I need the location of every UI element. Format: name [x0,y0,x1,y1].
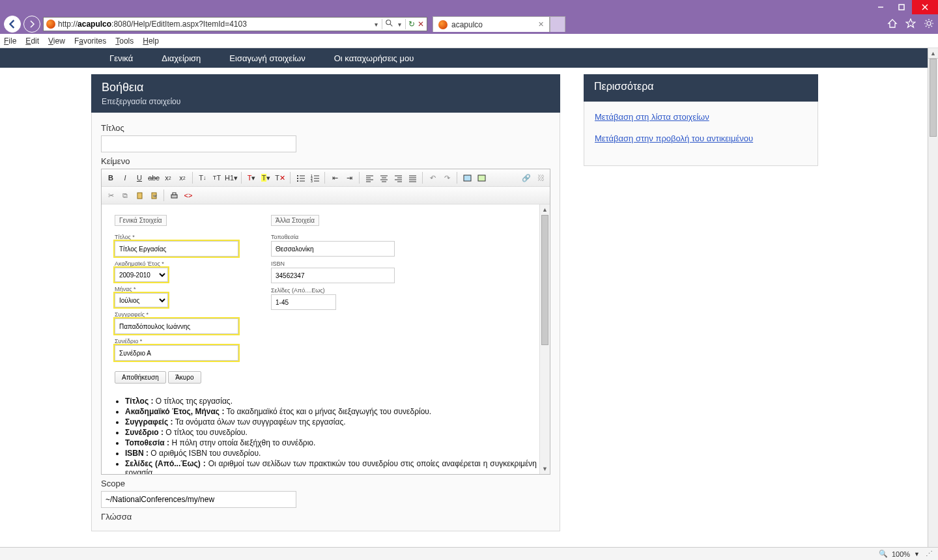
svg-text:3: 3 [311,179,313,182]
svg-point-4 [386,20,391,24]
rte-table-button[interactable] [475,171,488,184]
rte-copy-button[interactable]: ⧉ [119,189,132,202]
link-goto-list[interactable]: Μετάβαση στη λίστα στοιχείων [595,112,709,122]
nav-insert-items[interactable]: Εισαγωγή στοιχείων [229,53,305,63]
title-input[interactable] [101,135,296,152]
page-favicon-icon [46,20,55,29]
inner-title-label: Τίτλος * [115,234,245,240]
rte-fontsize-inc-button[interactable]: TT [210,171,223,184]
rte-align-center-button[interactable] [377,171,390,184]
tab-title: acapulco [451,20,483,29]
search-icon[interactable] [385,19,394,30]
field-descriptions: Τίτλος : Ο τίτλος της εργασίας. Ακαδημαϊ… [102,390,550,474]
nav-back-button[interactable] [4,16,21,33]
nav-general[interactable]: Γενικά [109,53,133,63]
nav-my-entries[interactable]: Οι καταχωρήσεις μου [334,53,414,63]
page-scroll-thumb[interactable] [930,59,937,137]
embedded-form: Γενικά Στοιχεία Τίτλος * Ακαδημαϊκό Έτος… [102,204,550,390]
rte-ol-button[interactable]: 123 [308,171,321,184]
stop-icon[interactable]: ✕ [418,20,424,29]
desc-location: Τοποθεσία : Η πόλη στην οποία διεξήχθη τ… [125,438,537,447]
url-text: http://acapulco:8080/Help/EditItem.aspx?… [58,20,371,29]
rte-cut-button[interactable]: ✂ [104,189,117,202]
desc-conference: Συνέδριο : Ο τίτλος του συνεδρίου. [125,428,537,437]
inner-conference-input[interactable] [115,345,238,361]
rte-align-right-button[interactable] [391,171,405,184]
rte-align-justify-button[interactable] [406,171,419,184]
zoom-icon[interactable]: 🔍 [879,550,888,558]
rte-source-button[interactable]: <> [182,189,195,202]
rte-indent-button[interactable]: ⇥ [343,171,356,184]
rte-scroll-down-icon[interactable]: ▼ [540,464,550,474]
menu-tools[interactable]: Tools [115,36,134,46]
inner-save-button[interactable]: Αποθήκευση [115,371,166,384]
menu-view[interactable]: View [48,36,65,46]
rte-unlink-button[interactable]: ⛓ [534,171,547,184]
rte-backcolor-button[interactable]: T▾ [259,171,272,184]
rte-print-button[interactable] [167,189,180,202]
svg-rect-37 [137,193,142,199]
nav-forward-button[interactable] [23,16,40,33]
rte-paste-word-button[interactable]: W [147,189,160,202]
menu-file[interactable]: File [4,36,16,46]
rte-subscript-button[interactable]: x2 [162,171,175,184]
rte-scrollbar[interactable]: ▲ ▼ [539,204,550,474]
tools-gear-icon[interactable] [924,18,934,31]
inner-month-select[interactable]: Ιούλιος [115,293,168,307]
home-icon[interactable] [887,18,898,31]
rte-redo-button[interactable]: ↷ [440,171,453,184]
rte-outdent-button[interactable]: ⇤ [328,171,341,184]
rte-bold-button[interactable]: B [104,171,117,184]
svg-rect-40 [171,195,177,198]
inner-authors-input[interactable] [115,318,238,334]
inner-pages-input[interactable] [271,294,336,310]
search-provider-dropdown-icon[interactable]: ▾ [397,21,403,28]
inner-year-select[interactable]: 2009-2010 [115,268,168,282]
refresh-icon[interactable]: ↻ [408,20,415,29]
new-tab-button[interactable] [550,16,565,32]
rte-underline-button[interactable]: U [133,171,146,184]
svg-rect-1 [899,5,904,10]
inner-cancel-button[interactable]: Άκυρο [168,371,201,384]
more-panel-body: Μετάβαση στη λίστα στοιχείων Μετάβαση στ… [584,102,818,166]
inner-isbn-input[interactable] [271,268,395,283]
page-scroll-up-icon[interactable]: ▲ [928,48,938,59]
menu-edit[interactable]: Edit [25,36,39,46]
rte-ul-button[interactable] [294,171,307,184]
window-maximize-button[interactable] [891,0,912,14]
rte-italic-button[interactable]: I [119,171,132,184]
url-field[interactable]: http://acapulco:8080/Help/EditItem.aspx?… [43,17,427,31]
rte-undo-button[interactable]: ↶ [426,171,439,184]
rte-paste-button[interactable] [133,189,146,202]
menu-help[interactable]: Help [143,36,159,46]
page-scrollbar[interactable]: ▲ ▼ [928,48,938,560]
menu-favorites[interactable]: Favorites [74,36,106,46]
inner-location-input[interactable] [271,241,395,257]
zoom-dropdown-icon[interactable]: ▼ [914,551,920,557]
rte-scroll-thumb[interactable] [541,215,548,345]
window-minimize-button[interactable] [870,0,891,14]
tab-close-icon[interactable]: ✕ [538,20,544,29]
rte-align-left-button[interactable] [363,171,376,184]
rte-content-area[interactable]: Γενικά Στοιχεία Τίτλος * Ακαδημαϊκό Έτος… [102,204,550,474]
browser-tab[interactable]: acapulco ✕ [433,16,550,32]
favorites-star-icon[interactable] [905,18,916,31]
rte-fontsize-dec-button[interactable]: T↓ [196,171,209,184]
rte-superscript-button[interactable]: x2 [176,171,189,184]
more-panel-header: Περισσότερα [584,74,818,102]
url-history-dropdown-icon[interactable]: ▾ [373,21,379,28]
nav-management[interactable]: Διαχείριση [162,53,201,63]
rte-image-button[interactable] [461,171,474,184]
inner-title-input[interactable] [115,241,238,257]
rte-forecolor-button[interactable]: T▾ [245,171,258,184]
window-close-button[interactable] [912,0,938,14]
rte-removeformat-button[interactable]: T✕ [274,171,287,184]
rte-heading-button[interactable]: H1▾ [225,171,238,184]
link-goto-item-view[interactable]: Μετάβαση στην προβολή του αντικειμένου [595,133,753,143]
scope-input[interactable] [101,491,296,508]
more-title: Περισσότερα [594,81,808,92]
resize-grip-icon[interactable]: ⋰ [924,550,933,558]
rte-link-button[interactable]: 🔗 [520,171,533,184]
rte-scroll-up-icon[interactable]: ▲ [540,204,550,215]
rte-strike-button[interactable]: abc [147,171,160,184]
